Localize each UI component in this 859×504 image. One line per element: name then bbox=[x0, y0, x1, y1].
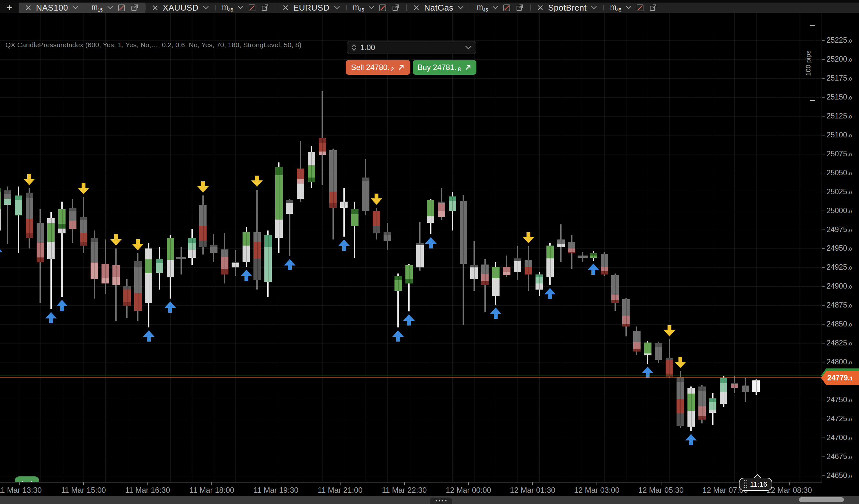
panel-drag-handle[interactable] bbox=[430, 498, 452, 504]
chevron-down-icon[interactable] bbox=[493, 6, 498, 10]
candle-seam bbox=[203, 205, 204, 247]
tab-natgas[interactable]: NatGasm45 bbox=[407, 3, 530, 13]
buy-label: Buy 24781. bbox=[418, 63, 456, 72]
close-icon[interactable] bbox=[282, 4, 289, 11]
open-window-icon[interactable] bbox=[649, 3, 657, 12]
chevron-down-icon[interactable] bbox=[73, 6, 78, 10]
arrow-stem bbox=[147, 337, 151, 342]
chart-style-icon[interactable] bbox=[118, 3, 126, 12]
candle-segment bbox=[0, 209, 1, 231]
add-chart-button[interactable]: + bbox=[0, 3, 19, 13]
candle bbox=[167, 238, 174, 277]
tab-timeframe[interactable]: m45 bbox=[222, 3, 233, 13]
candle bbox=[709, 398, 717, 413]
tab-xauusd[interactable]: XAUUSDm45 bbox=[146, 3, 276, 13]
time-axis-label: 11 Mar 15:00 bbox=[61, 486, 106, 495]
gridline-h bbox=[0, 476, 822, 476]
tab-timeframe[interactable]: m45 bbox=[477, 3, 488, 13]
price-axis-tick bbox=[822, 456, 825, 457]
open-window-icon[interactable] bbox=[261, 3, 269, 12]
gridline-h bbox=[0, 192, 822, 192]
candle bbox=[546, 246, 554, 277]
chart-style-icon[interactable] bbox=[503, 3, 511, 12]
time-axis-label: 11 Mar 18:00 bbox=[189, 486, 234, 495]
chart-style-icon[interactable] bbox=[248, 3, 256, 12]
volume-input[interactable]: 1.00 bbox=[347, 41, 476, 54]
arrow-head bbox=[284, 259, 296, 266]
arrow-stem bbox=[168, 308, 172, 313]
tab-timeframe[interactable]: m45 bbox=[610, 3, 621, 13]
candle-seam bbox=[626, 299, 627, 327]
time-axis-tick bbox=[83, 483, 84, 485]
candle-seam bbox=[40, 223, 41, 262]
time-axis[interactable]: 11 Mar 13:3011 Mar 15:0011 Mar 16:3011 M… bbox=[0, 483, 822, 495]
chevron-down-icon[interactable] bbox=[203, 6, 209, 10]
arrow-stem bbox=[27, 174, 31, 179]
chart-style-icon[interactable] bbox=[379, 3, 387, 12]
stepper-icon[interactable] bbox=[351, 43, 357, 52]
chevron-down-icon[interactable] bbox=[368, 6, 374, 10]
candle-seam bbox=[561, 239, 561, 247]
arrow-head bbox=[685, 434, 697, 440]
chevron-down-icon[interactable] bbox=[465, 45, 472, 50]
gridline-v bbox=[669, 13, 670, 482]
signal-arrow-down bbox=[371, 193, 382, 205]
signal-arrow-up bbox=[284, 259, 296, 270]
candle-seam bbox=[388, 232, 388, 241]
tab-spotbrent[interactable]: SpotBrentm45 bbox=[531, 3, 664, 13]
gridline-h bbox=[0, 249, 822, 249]
signal-arrow-up bbox=[45, 312, 57, 323]
sell-button[interactable]: Sell 24780.2 bbox=[346, 60, 410, 75]
open-window-icon[interactable] bbox=[392, 3, 400, 12]
arrow-head bbox=[45, 312, 57, 318]
chevron-down-icon[interactable] bbox=[107, 6, 113, 10]
scrollbar-thumb[interactable] bbox=[799, 497, 844, 502]
add-bot-button[interactable] bbox=[15, 476, 39, 483]
price-axis-tick bbox=[822, 97, 825, 98]
chevron-down-icon[interactable] bbox=[334, 6, 340, 10]
time-axis-tick bbox=[789, 483, 789, 485]
close-icon[interactable] bbox=[25, 4, 31, 11]
buy-button[interactable]: Buy 24781.8 bbox=[413, 60, 477, 75]
tab-inner-divider bbox=[603, 5, 604, 11]
candle-seam bbox=[659, 343, 659, 360]
tab-eurusd[interactable]: EURUSDm45 bbox=[276, 3, 407, 13]
close-icon[interactable] bbox=[537, 4, 544, 11]
chart-plot-area[interactable]: QX CandlePressureIndex (600, Yes, 1, Yes… bbox=[0, 13, 822, 483]
open-window-icon[interactable] bbox=[131, 3, 139, 12]
drag-grip-icon[interactable] bbox=[744, 480, 748, 488]
arrow-head bbox=[110, 239, 122, 246]
horizontal-scrollbar[interactable] bbox=[0, 495, 859, 504]
tab-timeframe[interactable]: m15 bbox=[92, 3, 103, 13]
tab-strip: +NAS100m15XAUUSDm45EURUSDm45NatGasm45Spo… bbox=[0, 3, 859, 13]
close-icon[interactable] bbox=[413, 4, 420, 11]
ruler-line bbox=[815, 25, 816, 101]
candle-seam bbox=[94, 238, 95, 279]
time-axis-tick bbox=[404, 483, 405, 485]
candle-seam bbox=[246, 232, 247, 262]
open-window-icon[interactable] bbox=[516, 3, 524, 12]
candle-seam bbox=[105, 264, 106, 283]
chart-style-icon[interactable] bbox=[636, 3, 644, 12]
chevron-down-icon[interactable] bbox=[238, 6, 243, 10]
candle bbox=[633, 331, 641, 351]
tab-timeframe[interactable]: m45 bbox=[353, 3, 364, 13]
price-axis[interactable]: 25225.025200.025175.025150.025125.025100… bbox=[822, 13, 859, 482]
candle bbox=[720, 378, 727, 404]
chevron-down-icon[interactable] bbox=[626, 6, 632, 10]
chevron-down-icon[interactable] bbox=[591, 6, 597, 10]
gridline-v bbox=[365, 13, 366, 482]
time-remaining-tooltip[interactable]: 11:16 bbox=[739, 478, 772, 491]
signal-arrow-up bbox=[685, 434, 697, 445]
chevron-down-icon[interactable] bbox=[458, 6, 464, 10]
close-icon[interactable] bbox=[152, 4, 159, 11]
candle bbox=[601, 254, 608, 274]
price-axis-tick bbox=[822, 475, 825, 476]
candle bbox=[319, 138, 326, 155]
candle-seam bbox=[593, 253, 594, 258]
signal-arrow-up bbox=[544, 288, 556, 299]
buy-price-decimal: 8 bbox=[458, 66, 461, 73]
arrow-head bbox=[197, 186, 209, 193]
tab-nas100[interactable]: NAS100m15 bbox=[19, 3, 145, 13]
price-axis-tick bbox=[822, 59, 825, 60]
